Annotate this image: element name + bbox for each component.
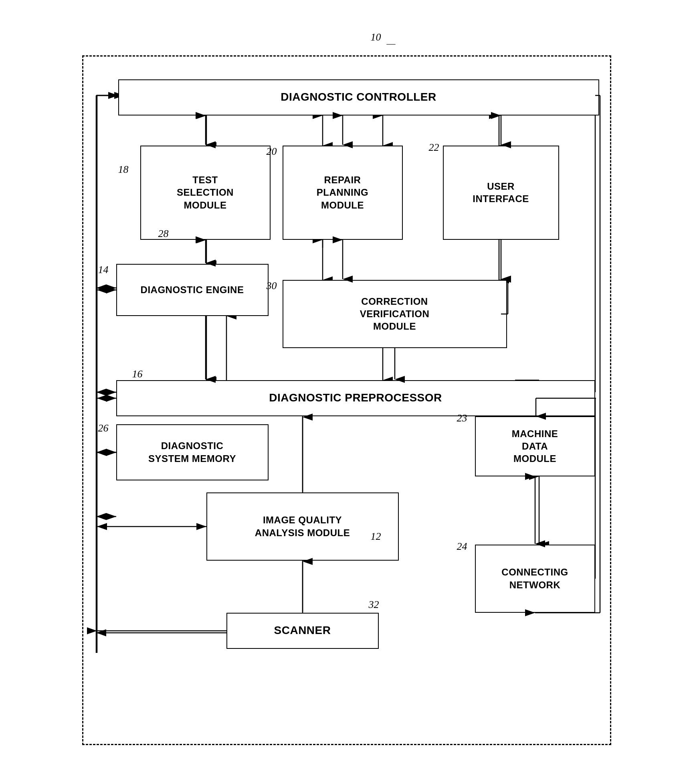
machine-data-module-block: MACHINE DATA MODULE (475, 416, 595, 476)
ref-28: 28 (158, 228, 169, 240)
connecting-network-block: CONNECTING NETWORK (475, 545, 595, 613)
ref-22: 22 (429, 142, 439, 154)
user-interface-block: USER INTERFACE (443, 146, 559, 240)
ref-24: 24 (457, 541, 467, 553)
image-quality-analysis-block: IMAGE QUALITY ANALYSIS MODULE (206, 492, 399, 561)
ref-26: 26 (98, 422, 109, 434)
page: 10 — (0, 0, 693, 784)
ref-12: 12 (371, 531, 381, 543)
diagnostic-engine-block: DIAGNOSTIC ENGINE (116, 264, 269, 316)
scanner-block: SCANNER (226, 613, 379, 649)
ref-30: 30 (267, 280, 277, 292)
diagnostic-system-memory-block: DIAGNOSTIC SYSTEM MEMORY (116, 424, 269, 480)
diagnostic-preprocessor-block: DIAGNOSTIC PREPROCESSOR (116, 380, 595, 416)
ref-23: 23 (457, 412, 467, 424)
correction-verification-block: CORRECTION VERIFICATION MODULE (283, 280, 507, 348)
ref-18: 18 (118, 164, 129, 176)
ref-20: 20 (267, 146, 277, 158)
ref-32: 32 (369, 599, 379, 611)
diagnostic-controller-block: DIAGNOSTIC CONTROLLER (118, 79, 599, 115)
test-selection-module-block: TEST SELECTION MODULE (140, 146, 271, 240)
ref-16: 16 (132, 368, 143, 380)
ref-14: 14 (98, 264, 109, 276)
repair-planning-module-block: REPAIR PLANNING MODULE (283, 146, 403, 240)
ref-10: 10 (371, 31, 381, 43)
diagram-container: 10 — (66, 31, 627, 753)
